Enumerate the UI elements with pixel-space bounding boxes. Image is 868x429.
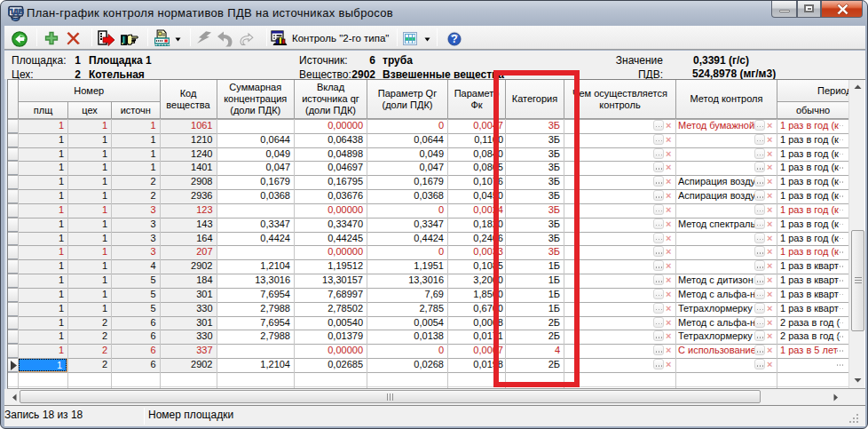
svg-text:?: ? — [451, 33, 457, 45]
svg-text:ПДВ: ПДВ — [8, 7, 24, 16]
